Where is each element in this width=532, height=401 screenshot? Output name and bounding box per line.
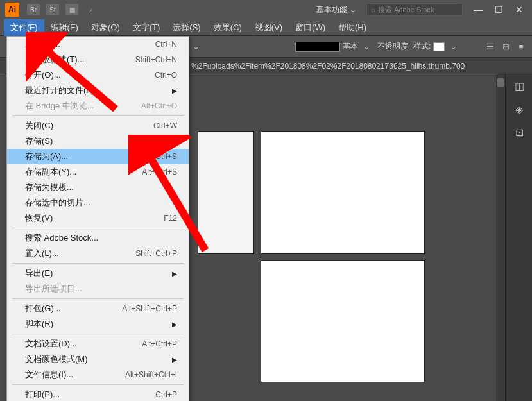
chevron-down-icon[interactable]: ⌄ bbox=[190, 41, 202, 53]
menu-item-12[interactable]: 恢复(V)F12 bbox=[7, 210, 189, 226]
menu-help[interactable]: 帮助(H) bbox=[332, 19, 373, 36]
menu-item-20[interactable]: 打包(G)...Alt+Shift+Ctrl+P bbox=[7, 301, 189, 316]
panel-dock: ◫ ◈ ⊡ bbox=[505, 74, 532, 401]
menu-item-9[interactable]: 存储副本(Y)...Alt+Ctrl+S bbox=[7, 164, 189, 180]
menu-edit[interactable]: 编辑(E) bbox=[44, 19, 85, 36]
stroke-label: 基本 bbox=[343, 41, 358, 52]
menu-separator bbox=[12, 115, 184, 116]
chevron-right-icon: ▶ bbox=[172, 356, 177, 363]
menu-item-label: 文档颜色模式(M) bbox=[25, 354, 88, 365]
menu-item-14[interactable]: 搜索 Adobe Stock... bbox=[7, 230, 189, 246]
menu-item-24[interactable]: 文档颜色模式(M)▶ bbox=[7, 352, 189, 367]
bridge-icon[interactable]: Br bbox=[27, 4, 40, 15]
chevron-down-icon: ⌄ bbox=[350, 5, 356, 14]
artboard-2[interactable] bbox=[261, 131, 425, 254]
menu-shortcut: Alt+Shift+Ctrl+I bbox=[125, 370, 177, 379]
transform-icon[interactable]: ⊞ bbox=[500, 41, 511, 53]
menu-item-label: 关闭(C) bbox=[25, 120, 53, 132]
menu-item-0[interactable]: 新建(N)...Ctrl+N bbox=[7, 37, 189, 52]
menu-type[interactable]: 文字(T) bbox=[126, 19, 167, 36]
menu-item-label: 存储选中的切片... bbox=[25, 197, 90, 209]
menu-item-6[interactable]: 关闭(C)Ctrl+W bbox=[7, 118, 189, 133]
menu-shortcut: Ctrl+W bbox=[153, 121, 177, 130]
arrange-icon[interactable]: ▦ bbox=[65, 4, 78, 15]
search-input[interactable]: ⌕ 搜索 Adobe Stock bbox=[366, 3, 463, 16]
menu-item-27[interactable]: 打印(P)...Ctrl+P bbox=[7, 387, 189, 401]
menu-shortcut: Ctrl+P bbox=[155, 390, 177, 399]
menu-shortcut: Ctrl+O bbox=[155, 71, 177, 80]
search-icon: ⌕ bbox=[371, 6, 375, 13]
menu-shortcut: Ctrl+S bbox=[155, 137, 177, 146]
menu-separator bbox=[12, 334, 184, 334]
menu-shortcut: Shift+Ctrl+N bbox=[135, 55, 177, 64]
scrollbar-vertical[interactable] bbox=[496, 74, 505, 401]
menu-shortcut: Shift+Ctrl+P bbox=[135, 249, 177, 258]
menu-item-18: 导出所选项目... bbox=[7, 281, 189, 296]
menu-object[interactable]: 对象(O) bbox=[85, 19, 126, 36]
menu-item-1[interactable]: 从模板新建(T)...Shift+Ctrl+N bbox=[7, 52, 189, 67]
menu-item-label: 恢复(V) bbox=[25, 212, 53, 224]
style-swatch[interactable] bbox=[433, 42, 445, 51]
menu-item-label: 脚本(R) bbox=[25, 318, 53, 330]
scroll-thumb[interactable] bbox=[497, 78, 504, 87]
menu-item-label: 打开(O)... bbox=[25, 69, 61, 81]
menu-item-label: 文件信息(I)... bbox=[25, 369, 73, 380]
search-placeholder: 搜索 Adobe Stock bbox=[378, 5, 434, 15]
menu-item-2[interactable]: 打开(O)...Ctrl+O bbox=[7, 67, 189, 83]
libraries-panel-icon[interactable]: ⊡ bbox=[506, 121, 532, 144]
chevron-down-icon[interactable]: ⌄ bbox=[447, 41, 459, 53]
menu-file[interactable]: 文件(F) bbox=[4, 19, 44, 36]
menu-item-label: 在 Bridge 中浏览... bbox=[25, 100, 94, 112]
align-icon[interactable]: ☰ bbox=[485, 41, 496, 53]
menu-shortcut: Alt+Shift+Ctrl+P bbox=[122, 304, 177, 313]
artboard-1[interactable] bbox=[198, 131, 254, 254]
menu-item-10[interactable]: 存储为模板... bbox=[7, 180, 189, 195]
menu-item-label: 存储副本(Y)... bbox=[25, 166, 76, 178]
menu-item-label: 打印(P)... bbox=[25, 389, 60, 400]
menu-item-label: 存储为(A)... bbox=[25, 151, 68, 162]
file-dropdown-menu: 新建(N)...Ctrl+N从模板新建(T)...Shift+Ctrl+N打开(… bbox=[6, 36, 189, 401]
properties-panel-icon[interactable]: ◫ bbox=[506, 74, 532, 98]
menu-item-23[interactable]: 文档设置(D)...Alt+Ctrl+P bbox=[7, 336, 189, 352]
workspace-selector[interactable]: 基本功能 ⌄ bbox=[311, 3, 361, 17]
menu-item-label: 置入(L)... bbox=[25, 248, 59, 259]
menu-shortcut: Alt+Ctrl+S bbox=[142, 167, 177, 176]
gpu-icon[interactable]: ⟋ bbox=[85, 4, 98, 15]
menu-item-label: 搜索 Adobe Stock... bbox=[25, 232, 98, 244]
menu-separator bbox=[12, 263, 184, 264]
menu-item-7[interactable]: 存储(S)Ctrl+S bbox=[7, 133, 189, 149]
menu-shortcut: Shift+Ctrl+S bbox=[135, 152, 177, 161]
artboard-3[interactable] bbox=[261, 260, 425, 382]
app-logo: Ai bbox=[5, 3, 19, 17]
menu-item-4: 在 Bridge 中浏览...Alt+Ctrl+O bbox=[7, 98, 189, 114]
menu-item-label: 最近打开的文件(F) bbox=[25, 85, 94, 96]
menu-item-3[interactable]: 最近打开的文件(F)▶ bbox=[7, 83, 189, 98]
menu-item-15[interactable]: 置入(L)...Shift+Ctrl+P bbox=[7, 246, 189, 261]
menu-item-21[interactable]: 脚本(R)▶ bbox=[7, 316, 189, 332]
chevron-right-icon: ▶ bbox=[172, 321, 177, 328]
menu-window[interactable]: 窗口(W) bbox=[289, 19, 332, 36]
menu-item-17[interactable]: 导出(E)▶ bbox=[7, 266, 189, 281]
layers-panel-icon[interactable]: ◈ bbox=[506, 98, 532, 121]
chevron-right-icon: ▶ bbox=[172, 87, 177, 94]
menu-item-8[interactable]: 存储为(A)...Shift+Ctrl+S bbox=[7, 149, 189, 164]
menu-item-25[interactable]: 文件信息(I)...Alt+Shift+Ctrl+I bbox=[7, 367, 189, 382]
menu-bar: 文件(F) 编辑(E) 对象(O) 文字(T) 选择(S) 效果(C) 视图(V… bbox=[0, 19, 532, 36]
menu-select[interactable]: 选择(S) bbox=[166, 19, 207, 36]
menu-item-11[interactable]: 存储选中的切片... bbox=[7, 195, 189, 210]
chevron-down-icon[interactable]: ⌄ bbox=[361, 41, 372, 53]
menu-effect[interactable]: 效果(C) bbox=[207, 19, 248, 36]
maximize-button[interactable]: ☐ bbox=[491, 3, 506, 16]
menu-item-label: 从模板新建(T)... bbox=[25, 54, 84, 65]
tab-label: %2Fuploads%2Fitem%2F201808%2F02%2F201808… bbox=[191, 62, 465, 71]
title-bar: Ai Br St ▦ ⟋ 基本功能 ⌄ ⌕ 搜索 Adobe Stock — ☐… bbox=[0, 0, 532, 19]
stroke-preview[interactable] bbox=[295, 42, 340, 52]
panel-menu-icon[interactable]: ≡ bbox=[515, 41, 527, 53]
opacity-label: 不透明度 bbox=[377, 41, 408, 52]
menu-view[interactable]: 视图(V) bbox=[248, 19, 289, 36]
menu-separator bbox=[12, 384, 184, 385]
close-button[interactable]: ✕ bbox=[511, 3, 527, 16]
stock-icon[interactable]: St bbox=[46, 4, 59, 15]
menu-item-label: 存储为模板... bbox=[25, 182, 74, 193]
minimize-button[interactable]: — bbox=[470, 3, 486, 16]
